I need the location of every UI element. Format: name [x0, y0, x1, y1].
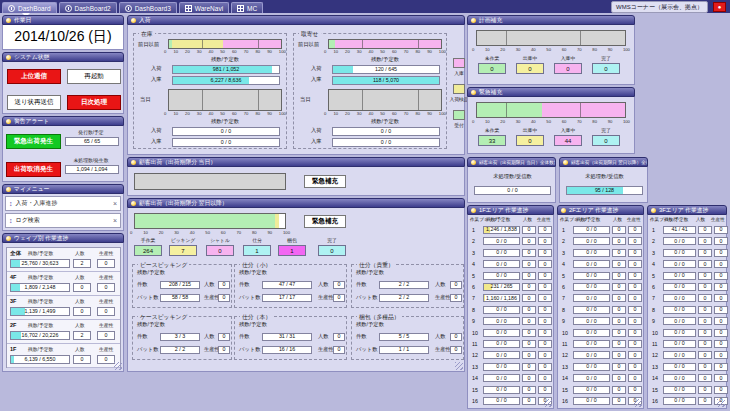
- productivity-box: 0: [538, 317, 552, 325]
- resize-grip[interactable]: [634, 399, 642, 407]
- value-box: 17 / 17: [262, 294, 312, 302]
- panel-star-icon: [6, 187, 11, 192]
- table-row: 11,246 / 1,83800: [470, 225, 551, 236]
- urgent-shipping-button[interactable]: 緊急出荷発生: [6, 134, 61, 149]
- axis-scale: 0102030405060708090100: [164, 112, 286, 116]
- people-box: 0: [698, 260, 712, 268]
- urgent-replenish-button[interactable]: 緊急補充: [304, 175, 346, 188]
- close-button[interactable]: ●: [713, 2, 726, 12]
- detail-box: ピースピッキング残数/予定数件数208 / 215人数0バット数58 / 58生…: [132, 264, 232, 308]
- panel-star-icon: [6, 18, 11, 23]
- value-box: 0: [333, 346, 345, 354]
- wave-progress-list: 全体残数/予定数人数生産性25,760 / 30,623204F残数/予定数人数…: [6, 247, 121, 368]
- panel-star-icon: [131, 160, 136, 165]
- area-table-header: 2Fエリア 作業進捗: [557, 205, 644, 215]
- remaining-box: 1,160 / 1,186: [483, 294, 520, 302]
- remaining-box: 0 / 0: [483, 272, 520, 280]
- table-row: 141 / 4100: [650, 225, 724, 236]
- remaining-box: 0 / 0: [663, 351, 696, 359]
- daily-process-button[interactable]: 日次処理: [67, 95, 121, 110]
- remaining-box: 0 / 0: [663, 397, 696, 405]
- alert-count-box: 65 / 65: [65, 137, 119, 146]
- tab-warenavi[interactable]: WareNavi: [179, 2, 229, 13]
- value-box: 58 / 58: [160, 294, 200, 302]
- people-box: 0: [612, 226, 626, 234]
- tab-mc[interactable]: MC: [231, 2, 263, 13]
- productivity-box: 0: [628, 329, 642, 337]
- value-box: 0: [333, 333, 345, 341]
- tab-dashboard2[interactable]: DashBoard2: [59, 2, 117, 13]
- productivity-box: 0: [628, 294, 642, 302]
- progress-bar: [168, 39, 282, 49]
- resend-invoice-button[interactable]: 送り状再送信: [7, 95, 61, 110]
- table-row: 40 / 000: [650, 259, 724, 270]
- area-table-header: 1Fエリア 作業進捗: [467, 205, 554, 215]
- productivity-box: 0: [714, 272, 728, 280]
- replenish-plan-panel: 0102030405060708090100未作業0出庫中0入庫中0完了0: [467, 25, 635, 85]
- workdate-header: 作業日: [2, 15, 124, 25]
- alerts-header: 警告アラート: [2, 116, 124, 126]
- resize-grip[interactable]: [114, 362, 122, 370]
- people-box: 0: [612, 237, 626, 245]
- value-box: 0: [218, 281, 230, 289]
- table-row: 140 / 000: [560, 373, 641, 384]
- productivity-box: 0: [714, 306, 728, 314]
- remaining-box: 0 / 0: [663, 329, 696, 337]
- people-box: 0: [612, 374, 626, 382]
- productivity-box: 0: [714, 294, 728, 302]
- people-box: 0: [522, 294, 536, 302]
- clock-icon: [65, 5, 72, 12]
- urgent-replenish-button[interactable]: 緊急補充: [304, 215, 346, 228]
- people-box: 0: [612, 329, 626, 337]
- tab-strip: DashBoardDashBoard2DashBoard3WareNaviMC: [2, 2, 263, 13]
- value-box: 0: [218, 346, 230, 354]
- value-box: 0: [333, 294, 345, 302]
- menu-item[interactable]: ↕ログ検索×: [5, 213, 121, 228]
- productivity-box: 0: [538, 260, 552, 268]
- tab-dashboard3[interactable]: DashBoard3: [119, 2, 177, 13]
- resize-grip[interactable]: [544, 399, 552, 407]
- host-comm-button[interactable]: 上位通信: [7, 69, 61, 84]
- resize-grip[interactable]: [717, 399, 725, 407]
- remaining-box: 0 / 0: [573, 351, 610, 359]
- productivity-box: 0: [538, 363, 552, 371]
- productivity-box: 0: [97, 283, 115, 292]
- productivity-box: 0: [714, 249, 728, 257]
- remaining-box: 0 / 0: [663, 294, 696, 302]
- remaining-box: 0 / 0: [573, 294, 610, 302]
- productivity-box: 0: [538, 374, 552, 382]
- system-title: WMSコーナー（展示会、拠点）: [611, 1, 708, 13]
- grid-icon: [237, 5, 244, 12]
- value-box: 2 / 2: [379, 281, 429, 289]
- table-row: 100 / 000: [560, 328, 641, 339]
- people-box: 0: [612, 317, 626, 325]
- close-icon[interactable]: ×: [113, 200, 117, 207]
- close-icon[interactable]: ×: [113, 217, 117, 224]
- wave-row: 3F残数/予定数人数生産性1,139 / 1,49900: [7, 296, 120, 320]
- resize-grip[interactable]: [455, 362, 463, 370]
- status-chip: 7: [169, 245, 197, 256]
- table-row: 70 / 000: [560, 293, 641, 304]
- updown-icon[interactable]: ↕: [9, 217, 13, 224]
- value-box: 6,227 / 8,636: [172, 76, 280, 85]
- people-box: 0: [612, 363, 626, 371]
- table-row: 71,160 / 1,18600: [470, 293, 551, 304]
- people-box: 0: [73, 283, 91, 292]
- shipping-cancel-button[interactable]: 出荷取消発生: [6, 162, 61, 177]
- tab-dashboard[interactable]: DashBoard: [2, 2, 57, 13]
- progress-bar: [476, 102, 626, 118]
- productivity-box: 0: [714, 237, 728, 245]
- remaining-box: 0 / 0: [573, 226, 610, 234]
- panel-star-icon: [131, 18, 136, 23]
- top-tab-bar: DashBoardDashBoard2DashBoard3WareNaviMC …: [0, 0, 730, 13]
- people-box: 0: [612, 249, 626, 257]
- productivity-box: 0: [538, 237, 552, 245]
- value-box: 208 / 215: [160, 281, 200, 289]
- wave-progress-box: 1,139 / 1,499: [10, 307, 70, 316]
- restart-button[interactable]: 再起動: [67, 69, 121, 84]
- people-box: 0: [698, 397, 712, 405]
- value-box: 0: [450, 333, 462, 341]
- menu-item[interactable]: ↕入荷・入庫進捗×: [5, 196, 121, 211]
- wave-progress-box: 1,809 / 2,148: [10, 283, 70, 292]
- updown-icon[interactable]: ↕: [9, 200, 13, 207]
